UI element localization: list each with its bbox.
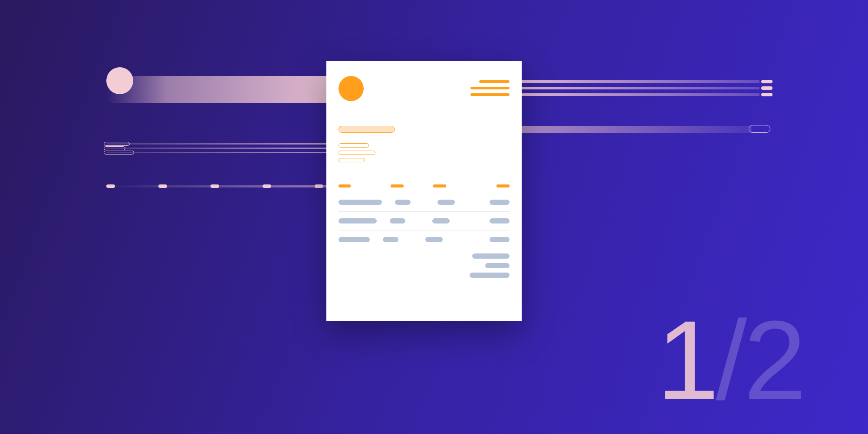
invoice-totals bbox=[339, 253, 510, 278]
motion-trail-address bbox=[106, 143, 341, 153]
part-separator: / bbox=[716, 304, 743, 417]
part-current: 1 bbox=[657, 304, 716, 417]
table-row bbox=[339, 197, 510, 207]
invoice-logo-icon bbox=[339, 76, 364, 101]
invoice-header-lines bbox=[470, 80, 510, 96]
motion-trail-header bbox=[512, 80, 760, 96]
table-row bbox=[339, 216, 510, 226]
invoice-address-block bbox=[339, 143, 375, 162]
motion-trail-logo bbox=[106, 76, 349, 103]
ghost-logo-icon bbox=[106, 67, 133, 94]
invoice-table-header bbox=[339, 184, 510, 190]
part-indicator: 1 / 2 bbox=[657, 304, 803, 417]
motion-trail-dashes bbox=[106, 184, 323, 188]
motion-trail-title-end bbox=[749, 125, 770, 133]
invoice-table bbox=[339, 184, 510, 278]
divider bbox=[339, 137, 510, 137]
table-row bbox=[339, 235, 510, 244]
invoice-document bbox=[326, 61, 522, 321]
part-total: 2 bbox=[743, 304, 803, 417]
invoice-title-placeholder bbox=[339, 126, 395, 133]
